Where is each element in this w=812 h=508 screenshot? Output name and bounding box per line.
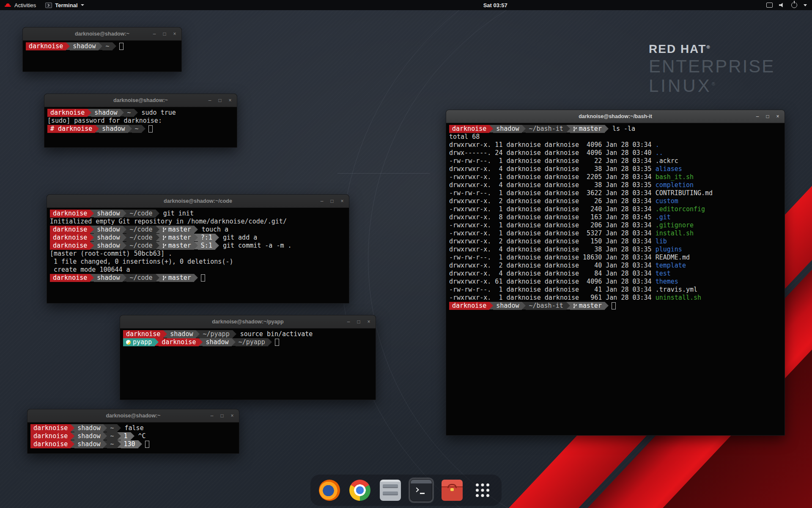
prompt-segment-path: ~/bash-it bbox=[526, 302, 566, 310]
terminal-window-bash-it[interactable]: darknoise@shadow:~/bash-it–□×darknoisesh… bbox=[446, 110, 785, 436]
dock-item-files[interactable] bbox=[378, 478, 403, 502]
windows-layer: darknoise@shadow:~–□×darknoiseshadow~dar… bbox=[0, 0, 812, 508]
close-button[interactable]: × bbox=[338, 197, 346, 205]
chrome-icon[interactable] bbox=[349, 480, 370, 501]
dock-item-chrome[interactable] bbox=[348, 478, 372, 502]
powerline-separator-icon bbox=[90, 234, 94, 241]
terminal-line: total 68 bbox=[449, 133, 782, 141]
terminal-line: -rw-rw-r--. 1 darknoise darknoise 22 Jan… bbox=[449, 157, 782, 165]
file-name: .travis.yml bbox=[656, 286, 697, 294]
powerline-separator-icon bbox=[194, 274, 198, 282]
file-meta: -rw-rw-r--. 1 darknoise darknoise 3622 J… bbox=[449, 189, 656, 197]
terminal-content[interactable]: darknoiseshadow~ sudo true[sudo] passwor… bbox=[44, 107, 237, 135]
terminal-content[interactable]: darknoiseshadow~/bash-itmaster ls -latot… bbox=[446, 123, 785, 312]
volume-icon bbox=[779, 3, 785, 8]
window-titlebar[interactable]: darknoise@shadow:~–□× bbox=[23, 28, 181, 41]
prompt-segment-path: ~ bbox=[107, 440, 117, 448]
close-button[interactable]: × bbox=[228, 411, 236, 420]
terminal-content[interactable]: darknoiseshadow~ bbox=[23, 41, 181, 52]
window-titlebar[interactable]: darknoise@shadow:~/code–□× bbox=[47, 195, 349, 208]
powerline-separator-icon bbox=[566, 125, 570, 133]
file-meta: -rwxrwxr-x. 1 darknoise darknoise 240 Ja… bbox=[449, 205, 656, 213]
prompt-segment-host: shadow bbox=[74, 440, 103, 448]
file-name: .editorconfig bbox=[656, 205, 705, 213]
maximize-button[interactable]: □ bbox=[763, 112, 772, 121]
file-meta: -rwxrwxr-x. 1 darknoise darknoise 2205 J… bbox=[449, 173, 656, 181]
window-controls: –□× bbox=[344, 315, 373, 328]
close-button[interactable]: × bbox=[170, 30, 179, 38]
prompt-segment-path: ~/code bbox=[126, 234, 155, 242]
powerline-separator-icon bbox=[196, 330, 200, 338]
app-menu-terminal[interactable]: Terminal bbox=[41, 0, 88, 10]
terminal-icon[interactable] bbox=[410, 479, 432, 501]
minimize-button[interactable]: – bbox=[150, 30, 159, 38]
dock-item-appgrid[interactable] bbox=[470, 478, 495, 502]
window-titlebar[interactable]: darknoise@shadow:~/pyapp–□× bbox=[120, 315, 376, 329]
terminal-content[interactable]: darknoiseshadow~/code git initInitialize… bbox=[47, 208, 349, 284]
terminal-output-text: [master (root-commit) 50bcb63] . bbox=[50, 250, 172, 258]
terminal-window-sudo[interactable]: darknoise@shadow:~–□×darknoiseshadow~ su… bbox=[44, 94, 237, 148]
powerline-separator-icon bbox=[123, 210, 126, 217]
terminal-output-text: total 68 bbox=[449, 133, 480, 141]
firefox-icon[interactable] bbox=[319, 480, 340, 501]
file-meta: drwxrwxr-x. 4 darknoise darknoise 38 Jan… bbox=[449, 165, 656, 173]
window-titlebar[interactable]: darknoise@shadow:~–□× bbox=[44, 94, 237, 107]
maximize-button[interactable]: □ bbox=[160, 30, 169, 38]
dock-item-terminal[interactable] bbox=[409, 478, 434, 503]
window-titlebar[interactable]: darknoise@shadow:~/bash-it–□× bbox=[446, 110, 785, 123]
terminal-content[interactable]: darknoiseshadow~/pyapp source bin/activa… bbox=[120, 329, 376, 348]
terminal-window-pyapp[interactable]: darknoise@shadow:~/pyapp–□×darknoiseshad… bbox=[120, 315, 376, 400]
prompt-segment-path: ~ bbox=[102, 42, 112, 50]
terminal-window-home-2[interactable]: darknoise@shadow:~–□×darknoiseshadow~ fa… bbox=[27, 409, 239, 454]
file-name: install.sh bbox=[656, 229, 694, 237]
powerline-separator-icon bbox=[117, 424, 121, 432]
window-title: darknoise@shadow:~/code bbox=[47, 195, 349, 207]
terminal-line: darknoiseshadow~/code git init bbox=[50, 210, 346, 218]
file-name: .. bbox=[656, 149, 663, 157]
dock-item-firefox[interactable] bbox=[317, 478, 342, 502]
prompt-segment-user: darknoise bbox=[50, 210, 90, 218]
minimize-button[interactable]: – bbox=[753, 112, 762, 121]
software-toolbox-icon[interactable] bbox=[442, 480, 463, 501]
system-status-area[interactable] bbox=[761, 0, 812, 10]
maximize-button[interactable]: □ bbox=[218, 411, 226, 420]
prompt-segment-path: ~/pyapp bbox=[236, 338, 268, 346]
file-meta: -rwxrwxr-x. 1 darknoise darknoise 961 Ja… bbox=[449, 294, 656, 302]
file-meta: drwxrwxr-x. 2 darknoise darknoise 150 Ja… bbox=[449, 237, 656, 246]
file-meta: drwxrwxr-x. 4 darknoise darknoise 38 Jan… bbox=[449, 181, 656, 189]
terminal-window-home-1[interactable]: darknoise@shadow:~–□×darknoiseshadow~ bbox=[22, 27, 182, 72]
terminal-line: create mode 100644 a bbox=[50, 266, 346, 274]
clock[interactable]: Sat 03:57 bbox=[483, 2, 508, 8]
file-manager-icon[interactable] bbox=[380, 480, 401, 501]
minimize-button[interactable]: – bbox=[206, 96, 214, 105]
activities-button[interactable]: Activities bbox=[0, 0, 41, 10]
maximize-button[interactable]: □ bbox=[354, 318, 363, 326]
powerline-separator-icon bbox=[90, 274, 94, 282]
command-text: git add a bbox=[219, 234, 257, 242]
minimize-button[interactable]: – bbox=[318, 197, 326, 205]
terminal-cursor bbox=[145, 441, 149, 448]
prompt-segment-path: ~ bbox=[124, 109, 134, 117]
dock-item-software[interactable] bbox=[440, 478, 464, 502]
prompt-segment-host: shadow bbox=[94, 274, 123, 282]
minimize-button[interactable]: – bbox=[344, 318, 353, 326]
prompt-segment-host: shadow bbox=[91, 109, 120, 117]
app-grid-icon[interactable] bbox=[472, 480, 493, 501]
maximize-button[interactable]: □ bbox=[328, 197, 336, 205]
close-button[interactable]: × bbox=[365, 318, 373, 326]
window-titlebar[interactable]: darknoise@shadow:~–□× bbox=[27, 409, 239, 422]
close-button[interactable]: × bbox=[774, 112, 782, 121]
terminal-line: -rwxrwxr-x. 1 darknoise darknoise 961 Ja… bbox=[449, 294, 782, 302]
powerline-separator-icon bbox=[215, 242, 219, 249]
powerline-separator-icon bbox=[90, 226, 94, 233]
minimize-button[interactable]: – bbox=[208, 411, 216, 420]
terminal-content[interactable]: darknoiseshadow~ falsedarknoiseshadow~1 … bbox=[27, 422, 239, 450]
file-name: .ackrc bbox=[656, 157, 678, 165]
powerline-separator-icon bbox=[103, 432, 107, 440]
file-meta: drwxrwxr-x. 2 darknoise darknoise 26 Jan… bbox=[449, 197, 656, 205]
close-button[interactable]: × bbox=[226, 96, 234, 105]
prompt-segment-user: darknoise bbox=[449, 125, 489, 133]
terminal-window-code[interactable]: darknoise@shadow:~/code–□×darknoiseshado… bbox=[47, 194, 349, 304]
maximize-button[interactable]: □ bbox=[216, 96, 224, 105]
file-meta: drwxrwxr-x. 2 darknoise darknoise 40 Jan… bbox=[449, 262, 656, 270]
